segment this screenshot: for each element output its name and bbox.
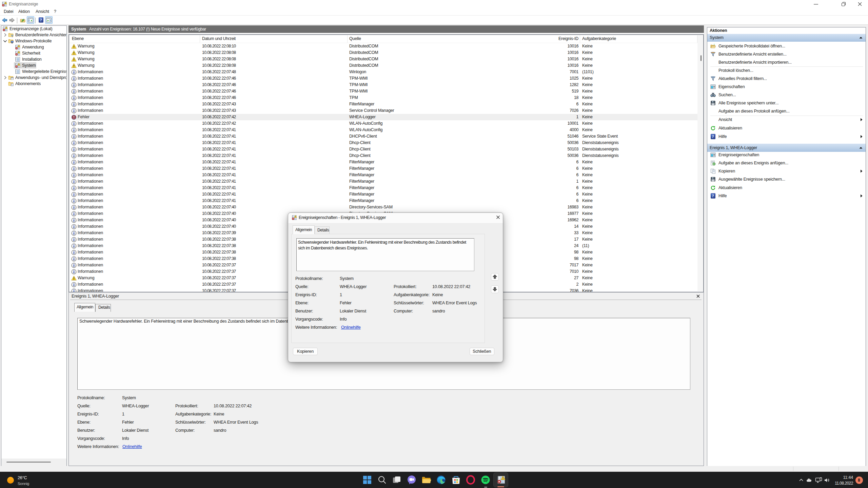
svg-text:?: ? [712, 134, 714, 139]
svg-text:?: ? [712, 194, 714, 198]
svg-text:?: ? [40, 18, 42, 22]
